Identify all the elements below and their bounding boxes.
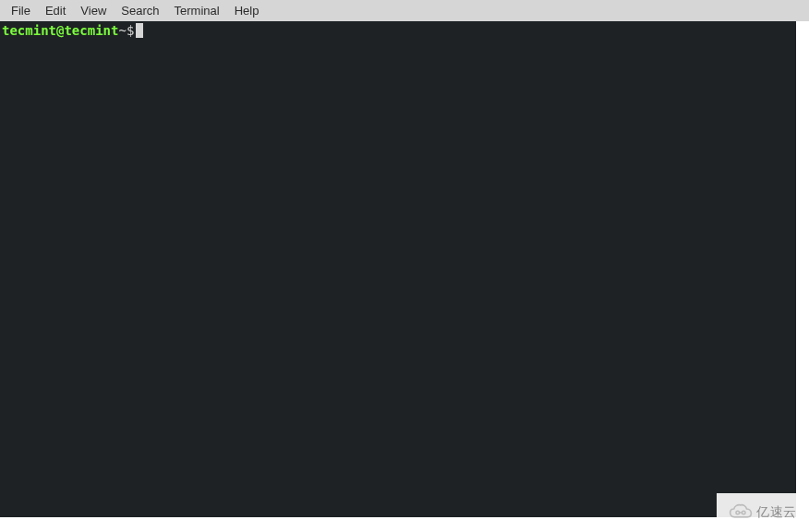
menu-file[interactable]: File <box>4 1 38 20</box>
terminal-viewport[interactable]: tecmint@tecmint ~ $ <box>0 21 796 517</box>
scrollbar-vertical[interactable] <box>796 21 809 517</box>
bottom-strip <box>0 517 809 532</box>
watermark: 亿速云 <box>717 493 809 532</box>
prompt-user-host: tecmint@tecmint <box>2 22 118 39</box>
prompt-symbol: $ <box>127 22 134 39</box>
terminal-cursor <box>136 23 143 38</box>
cloud-icon <box>729 503 753 522</box>
menu-view[interactable]: View <box>73 1 114 20</box>
svg-point-0 <box>736 511 740 514</box>
menu-help[interactable]: Help <box>227 1 267 20</box>
svg-point-1 <box>743 511 746 514</box>
prompt-path: ~ <box>118 22 126 39</box>
menubar: File Edit View Search Terminal Help <box>0 0 809 21</box>
prompt-line: tecmint@tecmint ~ $ <box>2 22 796 39</box>
watermark-text: 亿速云 <box>756 504 797 521</box>
menu-search[interactable]: Search <box>114 1 166 20</box>
menu-edit[interactable]: Edit <box>38 1 73 20</box>
menu-terminal[interactable]: Terminal <box>167 1 227 20</box>
